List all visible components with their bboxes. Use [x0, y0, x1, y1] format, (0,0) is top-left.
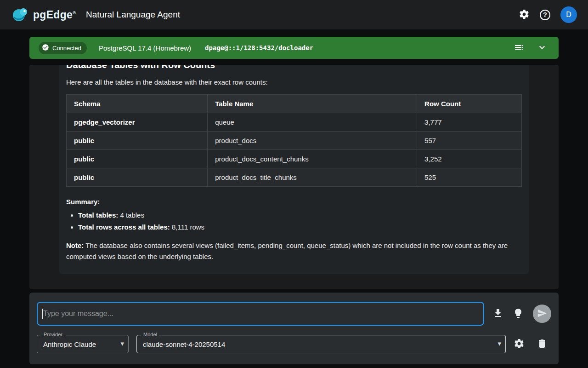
- table-row: public product_docs_content_chunks 3,252: [67, 150, 522, 168]
- cell-table-name: product_docs_title_chunks: [208, 168, 417, 187]
- cell-table-name: product_docs: [208, 132, 417, 150]
- assistant-message: Database Tables with Row Counts Here are…: [59, 65, 529, 274]
- cell-table-name: queue: [208, 113, 417, 132]
- check-circle-icon: [42, 44, 49, 52]
- help-icon: ?: [540, 10, 550, 20]
- model-controls-row: Provider Anthropic Claude ▾ Model claude…: [37, 335, 551, 353]
- clear-chat-button[interactable]: [537, 338, 548, 351]
- model-select-label: Model: [141, 332, 159, 337]
- table-row: public product_docs 557: [67, 132, 522, 150]
- note-paragraph: Note: The database also contains several…: [66, 240, 522, 262]
- server-version-label: PostgreSQL 17.4 (Homebrew): [99, 44, 191, 52]
- connection-status-badge: Connected: [39, 42, 87, 54]
- text-caret: [42, 309, 43, 319]
- connection-bar: Connected PostgreSQL 17.4 (Homebrew) dpa…: [29, 37, 559, 59]
- chevron-down-icon: [537, 42, 548, 54]
- input-row: [37, 302, 551, 326]
- note-text: The database also contains several views…: [66, 242, 508, 260]
- list-icon: [514, 42, 525, 54]
- trash-icon: [537, 338, 548, 351]
- table-header-row: Schema Table Name Row Count: [67, 95, 522, 113]
- cell-schema: pgedge_vectorizer: [67, 113, 208, 132]
- cell-row-count: 3,252: [417, 150, 522, 168]
- composer-panel: Provider Anthropic Claude ▾ Model claude…: [29, 293, 559, 364]
- summary-heading: Summary:: [66, 198, 522, 206]
- list-item: Total tables: 4 tables: [78, 211, 522, 219]
- composer-secondary-actions: [514, 338, 551, 351]
- connection-expand-button[interactable]: [537, 42, 548, 54]
- column-header-table-name: Table Name: [208, 95, 417, 113]
- cell-row-count: 557: [417, 132, 522, 150]
- header-right: ? D: [519, 6, 577, 23]
- connection-bar-actions: [514, 42, 549, 54]
- help-button[interactable]: ?: [540, 10, 550, 20]
- table-row: pgedge_vectorizer queue 3,777: [67, 113, 522, 132]
- cell-schema: public: [67, 168, 208, 187]
- pgedge-logo-icon: [11, 6, 30, 23]
- user-avatar[interactable]: D: [560, 6, 577, 23]
- lightbulb-icon: [513, 308, 524, 320]
- suggestions-button[interactable]: [513, 308, 524, 320]
- row-counts-table: Schema Table Name Row Count pgedge_vecto…: [66, 94, 522, 187]
- provider-select-value: Anthropic Claude: [43, 340, 96, 348]
- message-input[interactable]: [37, 302, 484, 326]
- settings-button[interactable]: [519, 9, 530, 21]
- message-heading: Database Tables with Row Counts: [66, 65, 522, 70]
- list-item: Total rows across all tables: 8,111 rows: [78, 223, 522, 231]
- message-input-wrap: [37, 302, 484, 326]
- cell-row-count: 3,777: [417, 113, 522, 132]
- column-header-row-count: Row Count: [417, 95, 522, 113]
- send-icon: [537, 308, 547, 320]
- send-button[interactable]: [533, 305, 551, 323]
- provider-select-label: Provider: [41, 332, 65, 337]
- cell-schema: public: [67, 132, 208, 150]
- app-header: pgEdge® Natural Language Agent ? D: [0, 0, 588, 29]
- gear-icon: [519, 9, 530, 21]
- chevron-down-icon: ▾: [120, 339, 124, 348]
- connection-details-button[interactable]: [514, 42, 525, 54]
- connection-status-label: Connected: [52, 45, 81, 52]
- input-actions: [492, 305, 551, 323]
- note-label: Note:: [66, 242, 84, 249]
- chevron-down-icon: ▾: [498, 339, 501, 348]
- logo-wordmark: pgEdge®: [33, 9, 76, 21]
- message-intro: Here are all the tables in the database …: [66, 78, 522, 86]
- cell-row-count: 525: [417, 168, 522, 187]
- page-title: Natural Language Agent: [86, 10, 180, 20]
- cell-table-name: product_docs_content_chunks: [208, 150, 417, 168]
- bullet-label: Total rows across all tables:: [78, 223, 170, 231]
- download-button[interactable]: [492, 308, 503, 320]
- gear-icon: [514, 338, 525, 351]
- bullet-value: 4 tables: [118, 211, 144, 219]
- registered-mark: ®: [73, 11, 76, 15]
- connection-string: dpage@::1/128:5432/docloader: [205, 44, 313, 52]
- summary-list: Total tables: 4 tables Total rows across…: [66, 211, 522, 231]
- model-select[interactable]: Model claude-sonnet-4-20250514 ▾: [136, 335, 506, 353]
- chat-settings-button[interactable]: [514, 338, 525, 351]
- table-row: public product_docs_title_chunks 525: [67, 168, 522, 187]
- cell-schema: public: [67, 150, 208, 168]
- bullet-label: Total tables:: [78, 211, 118, 219]
- download-icon: [492, 308, 503, 320]
- column-header-schema: Schema: [67, 95, 208, 113]
- bullet-value: 8,111 rows: [170, 223, 204, 231]
- provider-select[interactable]: Provider Anthropic Claude ▾: [37, 335, 129, 353]
- header-left: pgEdge® Natural Language Agent: [11, 6, 180, 23]
- model-select-value: claude-sonnet-4-20250514: [143, 340, 225, 348]
- chat-scroll-area[interactable]: Database Tables with Row Counts Here are…: [29, 65, 559, 289]
